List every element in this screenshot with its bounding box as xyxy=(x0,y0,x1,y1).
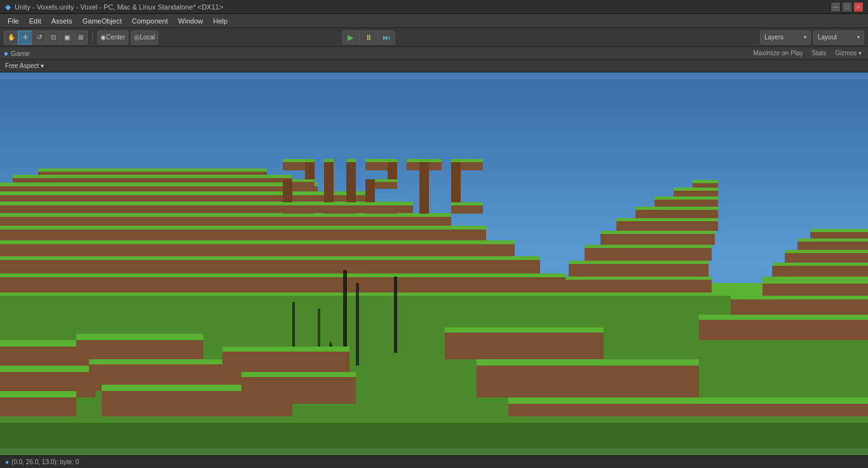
layout-arrow-icon: ▾ xyxy=(857,34,860,40)
svg-rect-69 xyxy=(346,159,356,207)
menu-help[interactable]: Help xyxy=(208,16,233,26)
pause-button[interactable]: ⏸ xyxy=(360,31,377,45)
transform-tools: ✋ ✛ ↺ ⊡ ▣ ⊞ xyxy=(4,31,88,45)
svg-rect-117 xyxy=(731,296,868,299)
svg-rect-20 xyxy=(693,180,718,183)
menu-edit[interactable]: Edit xyxy=(24,16,46,26)
move-tool-button[interactable]: ✛ xyxy=(18,31,32,45)
local-icon: ◎ xyxy=(134,34,140,41)
game-viewport xyxy=(0,72,868,455)
toolbar: ✋ ✛ ↺ ⊡ ▣ ⊞ ◉ Center ◎ Local ▶ ⏸ ⏭ Layer… xyxy=(0,28,868,47)
svg-rect-53 xyxy=(394,277,397,353)
layers-dropdown[interactable]: Layers ▾ xyxy=(760,31,811,45)
svg-rect-99 xyxy=(76,334,203,340)
svg-rect-6 xyxy=(569,261,709,264)
svg-rect-107 xyxy=(241,372,356,377)
title-left: ◆ Unity - Voxels.unity - Voxel - PC, Mac… xyxy=(5,3,223,11)
aspect-dropdown[interactable]: Free Aspect ▾ xyxy=(5,62,44,69)
pivot-toggle-button[interactable]: ◉ Center xyxy=(97,31,128,45)
svg-rect-48 xyxy=(13,175,292,178)
play-button[interactable]: ▶ xyxy=(342,31,360,45)
local-toggle-button[interactable]: ◎ Local xyxy=(131,31,158,45)
close-button[interactable]: ✕ xyxy=(854,3,863,11)
svg-rect-89 xyxy=(451,159,461,162)
svg-rect-24 xyxy=(772,263,868,266)
minimize-button[interactable]: — xyxy=(831,3,840,11)
pivot-label: Center xyxy=(106,34,125,41)
svg-rect-105 xyxy=(222,347,349,352)
aspect-bar: Free Aspect ▾ xyxy=(0,60,868,72)
right-controls: Layers ▾ Layout ▾ xyxy=(760,31,864,45)
menu-assets[interactable]: Assets xyxy=(46,16,78,26)
svg-rect-64 xyxy=(283,179,292,205)
svg-rect-79 xyxy=(365,179,375,205)
svg-rect-119 xyxy=(763,280,868,284)
svg-rect-30 xyxy=(810,229,868,232)
svg-rect-84 xyxy=(419,159,429,214)
svg-rect-38 xyxy=(0,226,486,230)
scale-tool-button[interactable]: ⊡ xyxy=(46,31,60,45)
maximize-on-play-button[interactable]: Maximize on Play xyxy=(750,49,805,57)
stats-button[interactable]: Stats xyxy=(810,49,829,57)
status-position: (0.0, 26.0, 13.0); byte: 0 xyxy=(11,458,79,465)
unity-logo-icon: ◆ xyxy=(5,3,11,11)
svg-rect-8 xyxy=(585,245,712,248)
play-controls: ▶ ⏸ ⏭ xyxy=(342,31,395,45)
gizmos-button[interactable]: Gizmos ▾ xyxy=(832,49,864,57)
layers-arrow-icon: ▾ xyxy=(804,34,806,40)
svg-rect-115 xyxy=(699,315,868,320)
letter-S2 xyxy=(365,159,397,214)
svg-rect-109 xyxy=(445,327,604,333)
aspect-label: Free Aspect xyxy=(5,62,39,69)
maximize-button[interactable]: □ xyxy=(843,3,851,11)
window-title: Unity - Voxels.unity - Voxel - PC, Mac &… xyxy=(15,3,223,11)
window-controls: — □ ✕ xyxy=(831,3,863,11)
menu-window[interactable]: Window xyxy=(173,16,208,26)
svg-rect-22 xyxy=(763,277,868,280)
menu-bar: File Edit Assets GameObject Component Wi… xyxy=(0,14,868,28)
svg-rect-97 xyxy=(0,391,76,397)
local-label: Local xyxy=(140,34,155,41)
rotate-tool-button[interactable]: ↺ xyxy=(32,31,46,45)
game-tab[interactable]: ◆ Game xyxy=(4,50,30,57)
svg-rect-46 xyxy=(0,182,318,186)
svg-rect-85 xyxy=(419,159,429,162)
svg-rect-67 xyxy=(324,159,334,207)
svg-rect-121 xyxy=(0,416,868,423)
menu-component[interactable]: Component xyxy=(126,16,173,26)
pivot-icon: ◉ xyxy=(100,34,106,41)
svg-rect-44 xyxy=(0,191,369,195)
svg-rect-14 xyxy=(635,207,718,210)
svg-rect-70 xyxy=(346,159,356,162)
layout-dropdown[interactable]: Layout ▾ xyxy=(813,31,864,45)
svg-rect-72 xyxy=(324,202,356,205)
rect-tool-button[interactable]: ▣ xyxy=(60,31,74,45)
game-panel-controls: Maximize on Play Stats Gizmos ▾ xyxy=(750,49,864,57)
svg-rect-50 xyxy=(38,169,267,172)
menu-file[interactable]: File xyxy=(3,16,24,26)
aspect-left: Free Aspect ▾ xyxy=(5,62,44,69)
game-tab-label: Game xyxy=(11,50,30,57)
svg-rect-111 xyxy=(477,359,699,366)
svg-rect-61 xyxy=(305,159,315,162)
letter-S xyxy=(283,159,315,214)
svg-rect-36 xyxy=(0,240,515,244)
svg-rect-10 xyxy=(600,231,715,234)
voxel-scene-svg xyxy=(0,72,868,455)
scene-canvas xyxy=(0,72,868,455)
svg-rect-52 xyxy=(356,283,359,366)
status-bar: ● (0.0, 26.0, 13.0); byte: 0 xyxy=(0,455,868,468)
svg-rect-91 xyxy=(451,202,483,205)
svg-rect-113 xyxy=(508,397,868,404)
menu-gameobject[interactable]: GameObject xyxy=(78,16,127,26)
svg-rect-68 xyxy=(324,159,334,162)
step-button[interactable]: ⏭ xyxy=(377,31,395,45)
transform-tool-button[interactable]: ⊞ xyxy=(74,31,88,45)
svg-rect-26 xyxy=(785,250,868,253)
title-bar: ◆ Unity - Voxels.unity - Voxel - PC, Mac… xyxy=(0,0,868,14)
svg-rect-81 xyxy=(365,202,397,205)
hand-tool-button[interactable]: ✋ xyxy=(4,31,18,45)
status-icon: ● xyxy=(5,458,9,465)
svg-rect-28 xyxy=(797,238,868,242)
svg-rect-76 xyxy=(388,159,397,162)
